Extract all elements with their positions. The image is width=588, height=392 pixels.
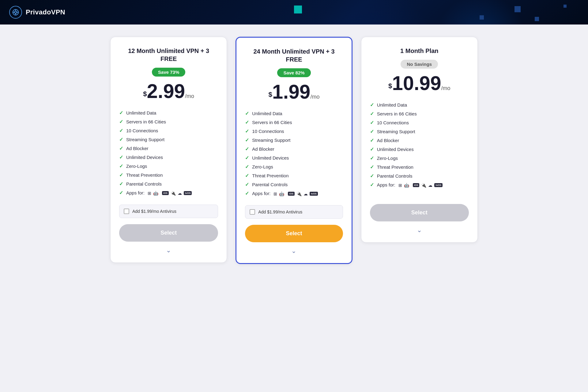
feature-item-1-0: ✓ Unlimited Data — [245, 109, 343, 118]
plans-grid: 12 Month Unlimited VPN + 3 FREESave 73%$… — [110, 37, 478, 264]
check-icon-1-8: ✓ — [245, 182, 249, 187]
price-dollar-2: $ — [388, 82, 392, 90]
feature-item-0-0: ✓ Unlimited Data — [119, 108, 218, 117]
feature-label-2-3: Streaming Support — [377, 129, 415, 134]
feature-label-2-2: 10 Connections — [377, 120, 409, 125]
ios-badge: iOS — [413, 183, 420, 187]
feature-label-1-1: Servers in 66 Cities — [252, 120, 292, 125]
check-icon-0-9: ✓ — [119, 190, 123, 196]
select-button-0[interactable]: Select — [119, 224, 218, 242]
feature-label-1-5: Unlimited Devices — [252, 155, 289, 160]
feature-label-0-0: Unlimited Data — [126, 110, 156, 115]
feature-label-2-9: Apps for: — [377, 182, 395, 187]
feature-item-0-8: ✓ Parental Controls — [119, 179, 218, 188]
router-icon: 🔌 — [296, 191, 302, 196]
feature-item-0-9: ✓ Apps for: ⊞ 🤖 iOS 🔌 ☁ tvOS — [119, 188, 218, 197]
plan-title-2: 1 Month Plan — [370, 47, 469, 55]
check-icon-0-3: ✓ — [119, 137, 123, 142]
feature-label-0-3: Streaming Support — [126, 137, 164, 142]
logo-text: PrivadoVPN — [26, 8, 65, 16]
feature-item-2-4: ✓ Ad Blocker — [370, 136, 469, 145]
tvos-badge: tvOS — [434, 183, 443, 187]
savings-badge-2: No Savings — [401, 60, 438, 69]
cloud-icon: ☁ — [178, 191, 182, 196]
check-icon-1-9: ✓ — [245, 190, 249, 196]
main-content: 12 Month Unlimited VPN + 3 FREESave 73%$… — [0, 24, 588, 276]
feature-label-1-2: 10 Connections — [252, 129, 284, 134]
feature-item-1-3: ✓ Streaming Support — [245, 136, 343, 145]
cloud-icon: ☁ — [303, 191, 308, 196]
feature-item-2-5: ✓ Unlimited Devices — [370, 145, 469, 154]
feature-item-0-5: ✓ Unlimited Devices — [119, 153, 218, 162]
feature-label-1-9: Apps for: — [252, 191, 270, 196]
router-icon: 🔌 — [171, 191, 176, 196]
feature-item-1-8: ✓ Parental Controls — [245, 180, 343, 189]
plan-title-1: 24 Month Unlimited VPN + 3 FREE — [245, 47, 343, 63]
badge-wrapper-1: Save 82% — [245, 68, 343, 82]
apps-icons-row-2: ⊞ 🤖 iOS 🔌 ☁ tvOS — [398, 183, 443, 188]
price-mo-1: /mo — [310, 94, 319, 100]
feature-item-2-0: ✓ Unlimited Data — [370, 100, 469, 109]
check-icon-2-3: ✓ — [370, 129, 374, 134]
apps-icons-row-0: ⊞ 🤖 iOS 🔌 ☁ tvOS — [148, 191, 192, 196]
check-icon-0-1: ✓ — [119, 119, 123, 125]
select-button-2[interactable]: Select — [370, 204, 469, 221]
price-area-0: $2.99/mo — [119, 81, 218, 101]
savings-badge-1: Save 82% — [277, 68, 311, 77]
windows-icon: ⊞ — [273, 191, 277, 196]
feature-item-2-3: ✓ Streaming Support — [370, 127, 469, 136]
feature-item-0-3: ✓ Streaming Support — [119, 135, 218, 144]
check-icon-0-8: ✓ — [119, 181, 123, 187]
check-icon-2-7: ✓ — [370, 164, 374, 170]
check-icon-1-2: ✓ — [245, 128, 249, 134]
check-icon-1-3: ✓ — [245, 137, 249, 143]
feature-label-2-1: Servers in 66 Cities — [377, 111, 417, 116]
windows-icon: ⊞ — [148, 191, 151, 196]
check-icon-0-2: ✓ — [119, 128, 123, 134]
deco-square-1 — [514, 6, 521, 12]
check-icon-0-0: ✓ — [119, 110, 123, 116]
antivirus-checkbox-1[interactable] — [250, 209, 255, 215]
feature-label-1-7: Threat Prevention — [252, 173, 288, 178]
feature-item-0-4: ✓ Ad Blocker — [119, 144, 218, 153]
check-icon-0-6: ✓ — [119, 163, 123, 169]
feature-item-1-9: ✓ Apps for: ⊞ 🤖 iOS 🔌 ☁ tvOS — [245, 189, 343, 198]
deco-square-4 — [564, 5, 567, 8]
feature-label-2-0: Unlimited Data — [377, 102, 407, 107]
router-icon: 🔌 — [421, 183, 426, 188]
feature-item-0-7: ✓ Threat Prevention — [119, 171, 218, 179]
check-icon-1-4: ✓ — [245, 146, 249, 152]
select-button-1[interactable]: Select — [245, 225, 343, 242]
check-icon-2-0: ✓ — [370, 102, 374, 108]
feature-label-1-0: Unlimited Data — [252, 111, 282, 116]
feature-label-0-5: Unlimited Devices — [126, 155, 163, 160]
feature-label-0-6: Zero-Logs — [126, 164, 147, 169]
features-list-2: ✓ Unlimited Data✓ Servers in 66 Cities✓ … — [370, 100, 469, 189]
badge-wrapper-2: No Savings — [370, 60, 469, 74]
feature-label-0-4: Ad Blocker — [126, 146, 149, 151]
badge-wrapper-0: Save 73% — [119, 68, 218, 81]
windows-icon: ⊞ — [398, 183, 402, 188]
apps-icons-row-1: ⊞ 🤖 iOS 🔌 ☁ tvOS — [273, 191, 318, 196]
feature-label-1-4: Ad Blocker — [252, 146, 274, 152]
deco-teal — [294, 6, 302, 13]
feature-item-1-6: ✓ Zero-Logs — [245, 162, 343, 171]
android-icon: 🤖 — [153, 191, 158, 196]
feature-label-0-7: Threat Prevention — [126, 172, 163, 178]
plan-card-plan-24month: 24 Month Unlimited VPN + 3 FREESave 82%$… — [236, 37, 352, 264]
deco-square-3 — [535, 17, 539, 21]
feature-item-2-1: ✓ Servers in 66 Cities — [370, 109, 469, 118]
antivirus-row-1: Add $1.99/mo Antivirus — [245, 205, 343, 219]
plan-card-plan-12month: 12 Month Unlimited VPN + 3 FREESave 73%$… — [110, 37, 227, 263]
feature-label-2-4: Ad Blocker — [377, 138, 399, 143]
logo-icon — [9, 6, 22, 19]
feature-label-1-3: Streaming Support — [252, 138, 290, 143]
price-dollar-0: $ — [143, 90, 147, 98]
feature-label-2-6: Zero-Logs — [377, 156, 398, 161]
feature-item-2-6: ✓ Zero-Logs — [370, 154, 469, 163]
antivirus-row-0: Add $1.99/mo Antivirus — [119, 205, 218, 218]
price-dollar-1: $ — [269, 91, 272, 98]
feature-label-0-8: Parental Controls — [126, 181, 162, 187]
features-list-0: ✓ Unlimited Data✓ Servers in 66 Cities✓ … — [119, 108, 218, 197]
antivirus-checkbox-0[interactable] — [124, 209, 129, 214]
